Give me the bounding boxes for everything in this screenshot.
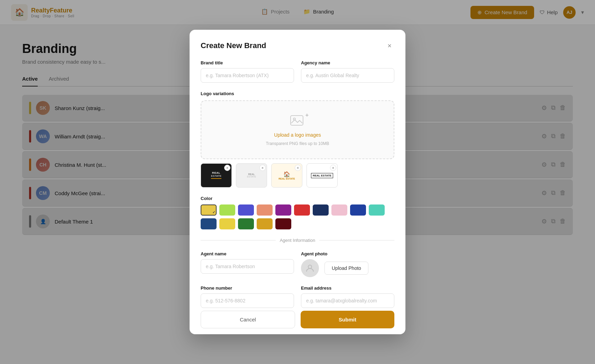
modal-footer: Cancel Submit (201, 311, 394, 328)
email-input[interactable] (301, 293, 394, 308)
plus-icon: + (305, 112, 309, 118)
agency-name-label: Agency name (301, 60, 394, 65)
agency-name-input[interactable] (301, 68, 394, 83)
color-swatch-14[interactable] (275, 218, 291, 229)
phone-group: Phone number (201, 285, 294, 308)
color-swatch-9[interactable] (369, 204, 385, 216)
logo-thumb-content-3: 🏠 REAL ESTATE (277, 170, 296, 181)
modal-header: Create New Brand × (201, 41, 394, 51)
color-swatch-2[interactable] (238, 204, 254, 216)
color-swatches: ✓ (201, 204, 394, 229)
svg-point-2 (308, 265, 312, 269)
color-swatch-3[interactable] (257, 204, 273, 216)
agency-name-group: Agency name (301, 60, 394, 83)
submit-button[interactable]: Submit (301, 311, 394, 328)
logo-thumb-2: × REAL ESTATE (236, 163, 267, 188)
phone-email-row: Phone number Email address (201, 285, 394, 308)
color-swatch-0[interactable]: ✓ (201, 204, 217, 216)
create-brand-modal: Create New Brand × Brand title Agency na… (190, 30, 405, 334)
logo-variations-label: Logo variations (201, 91, 394, 96)
logo-upload-box[interactable]: + Upload a logo images Transparent PNG f… (201, 100, 394, 159)
upload-icon-wrapper: + (290, 113, 305, 129)
color-swatch-8[interactable] (350, 204, 366, 216)
image-upload-icon (290, 113, 305, 127)
upload-hint: Transparent PNG files up to 10MB (266, 141, 329, 146)
logo-thumb-close-3[interactable]: × (295, 165, 301, 171)
logo-thumb-close-1[interactable]: × (224, 165, 230, 171)
cancel-button[interactable]: Cancel (201, 311, 295, 328)
brand-title-input[interactable] (201, 68, 294, 83)
modal-overlay: Create New Brand × Brand title Agency na… (0, 0, 595, 364)
person-icon (305, 263, 315, 273)
app-window: 🏠 RealtyFeature Drag · Drop · Share · Se… (0, 0, 595, 364)
agent-name-input[interactable] (201, 259, 294, 274)
modal-body: Brand title Agency name Logo variations (201, 60, 394, 308)
phone-label: Phone number (201, 285, 294, 291)
agent-avatar-placeholder (301, 259, 319, 277)
upload-photo-button[interactable]: Upload Photo (324, 262, 368, 275)
color-swatch-5[interactable] (294, 204, 310, 216)
close-icon: × (387, 42, 392, 50)
logo-variations-section: Logo variations + Upload a logo images T… (201, 91, 394, 188)
agent-info-divider: Agent Information (201, 238, 394, 243)
agent-photo-row: Upload Photo (301, 259, 394, 277)
logo-thumb-close-2[interactable]: × (259, 165, 266, 171)
color-swatch-4[interactable] (275, 204, 291, 216)
email-label: Email address (301, 285, 394, 291)
color-swatch-7[interactable] (331, 204, 347, 216)
color-swatch-13[interactable] (257, 218, 273, 229)
modal-close-button[interactable]: × (385, 41, 394, 51)
agent-photo-group: Agent photo Upload Photo (301, 251, 394, 277)
logo-thumb-content-4: REAL ESTATE (310, 172, 335, 180)
color-swatch-10[interactable] (201, 218, 217, 229)
phone-input[interactable] (201, 293, 294, 308)
logo-thumb-content-1: REAL ESTATE (209, 169, 223, 182)
color-section: Color ✓ (201, 196, 394, 229)
brand-agency-row: Brand title Agency name (201, 60, 394, 83)
upload-link[interactable]: Upload a logo images (274, 132, 321, 138)
color-swatch-11[interactable] (219, 218, 235, 229)
agent-photo-label: Agent photo (301, 251, 394, 256)
agent-name-photo-row: Agent name Agent photo U (201, 251, 394, 277)
color-swatch-6[interactable] (313, 204, 329, 216)
modal-title: Create New Brand (201, 41, 266, 50)
logo-thumb-1: × REAL ESTATE (201, 163, 232, 188)
svg-rect-0 (291, 116, 303, 125)
logo-thumb-close-4[interactable]: × (330, 165, 336, 171)
brand-title-group: Brand title (201, 60, 294, 83)
agent-name-label: Agent name (201, 251, 294, 256)
agent-name-group: Agent name (201, 251, 294, 277)
check-icon: ✓ (212, 210, 215, 214)
logo-thumbs: × REAL ESTATE × REAL ESTATE (201, 163, 394, 188)
logo-thumb-4: × REAL ESTATE (306, 163, 338, 188)
logo-thumb-content-2: REAL ESTATE (245, 171, 258, 180)
color-label: Color (201, 196, 394, 201)
color-swatch-1[interactable] (219, 204, 235, 216)
brand-title-label: Brand title (201, 60, 294, 65)
email-group: Email address (301, 285, 394, 308)
color-swatch-12[interactable] (238, 218, 254, 229)
logo-thumb-3: × 🏠 REAL ESTATE (271, 163, 302, 188)
